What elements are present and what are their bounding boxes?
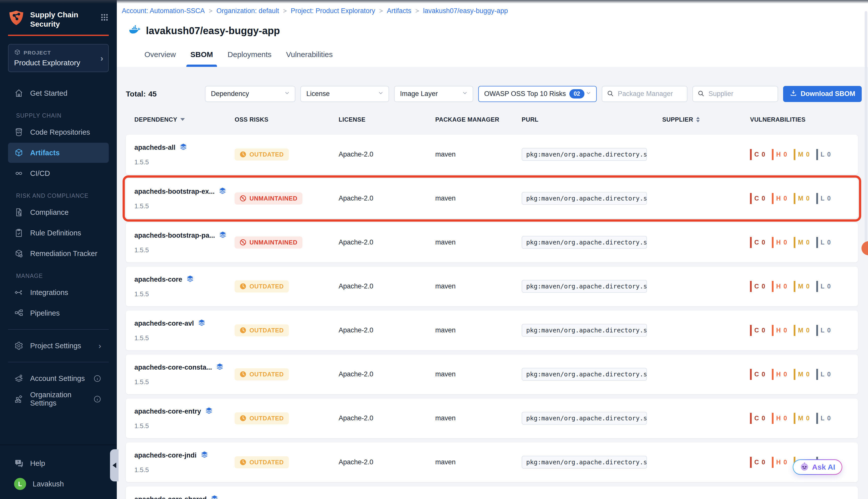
owasp-risks-filter-dropdown[interactable]: OWASP OSS Top 10 Risks 02 <box>478 86 597 102</box>
table-row[interactable]: apacheds-all 1.5.5 OUTDATED Apache-2.0 m… <box>126 135 858 174</box>
sidebar-item-pipelines[interactable]: Pipelines <box>8 303 109 323</box>
dependency-cell: apacheds-bootstrap-ex... 1.5.5 <box>126 179 226 218</box>
breadcrumb-artifact-name[interactable]: lavakush07/easy-buggy-app <box>423 7 508 15</box>
license-cell: Apache-2.0 <box>330 223 427 262</box>
tab-deployments[interactable]: Deployments <box>227 50 272 67</box>
breadcrumb-organization[interactable]: Organization: default <box>216 7 279 15</box>
purl-chip[interactable]: pkg:maven/org.apache.directory.s… <box>522 368 647 381</box>
purl-chip[interactable]: pkg:maven/org.apache.directory.s… <box>522 192 647 205</box>
chevron-right-icon: › <box>98 341 101 351</box>
table-row[interactable]: apacheds-core-jndi 1.5.5 OUTDATED Apache… <box>126 442 858 482</box>
sidebar-item-artifacts[interactable]: Artifacts <box>8 143 109 163</box>
user-menu[interactable]: L Lavakush <box>8 474 109 494</box>
scrollbar[interactable] <box>865 11 867 255</box>
vuln-count: 0 <box>827 415 831 422</box>
breadcrumb-account[interactable]: Account: Automation-SSCA <box>122 7 205 15</box>
owasp-count-badge: 02 <box>569 89 584 98</box>
vuln-indicator: C0 <box>750 281 765 292</box>
vuln-count: 0 <box>784 327 788 334</box>
sidebar-item-get-started[interactable]: Get Started <box>8 83 109 103</box>
column-header-dependency[interactable]: DEPENDENCY <box>126 116 226 123</box>
sidebar-collapse-handle[interactable] <box>110 449 119 482</box>
app-title: Supply Chain Security <box>30 10 78 29</box>
license-filter-dropdown[interactable]: License <box>300 86 389 102</box>
vuln-indicator: H0 <box>772 193 787 204</box>
table-body: apacheds-all 1.5.5 OUTDATED Apache-2.0 m… <box>126 135 858 499</box>
tab-sbom[interactable]: SBOM <box>190 50 213 67</box>
sidebar-item-cicd[interactable]: CI/CD <box>8 163 109 183</box>
sidebar-item-help[interactable]: ? Help <box>8 453 109 473</box>
table-row[interactable]: apacheds-bootstrap-pa... 1.5.5 UNMAINTAI… <box>126 223 858 262</box>
layers-icon <box>186 275 195 284</box>
user-name: Lavakush <box>33 480 64 488</box>
apps-grid-icon[interactable] <box>100 13 109 23</box>
infinity-icon <box>14 169 24 178</box>
sidebar-item-account-settings[interactable]: Account Settings <box>8 368 109 388</box>
package-manager-value: maven <box>435 282 456 290</box>
risk-badge: OUTDATED <box>235 324 288 337</box>
table-row[interactable]: apacheds-core-entry 1.5.5 OUTDATED Apach… <box>126 399 858 438</box>
supplier-search-input[interactable] <box>708 90 773 98</box>
package-manager-search <box>602 86 687 102</box>
info-icon[interactable] <box>94 375 101 382</box>
breadcrumb-artifacts[interactable]: Artifacts <box>387 7 411 15</box>
info-icon[interactable] <box>94 395 101 403</box>
vuln-count: 0 <box>784 370 788 378</box>
vulnerabilities-cell: C0 H0 M0 L0 <box>741 223 858 262</box>
table-row[interactable]: apacheds-core-shared 1.5.5 OUTDATED Apac… <box>126 486 858 499</box>
project-selector[interactable]: PROJECT Product Exploratory › <box>8 44 109 72</box>
total-value: 45 <box>148 90 157 98</box>
sidebar-item-integrations[interactable]: Integrations <box>8 282 109 303</box>
table-row[interactable]: apacheds-core 1.5.5 OUTDATED Apache-2.0 … <box>126 267 858 306</box>
tab-overview[interactable]: Overview <box>145 50 176 67</box>
vuln-count: 0 <box>827 195 831 202</box>
purl-chip[interactable]: pkg:maven/org.apache.directory.s… <box>522 324 647 337</box>
image-layer-filter-dropdown[interactable]: Image Layer <box>394 86 473 102</box>
supply-chain-shield-logo-icon <box>8 10 25 27</box>
sidebar-item-rule-definitions[interactable]: Rule Definitions <box>8 223 109 243</box>
vuln-count: 0 <box>806 283 810 290</box>
purl-chip[interactable]: pkg:maven/org.apache.directory.s… <box>522 280 647 293</box>
download-sbom-button[interactable]: Download SBOM <box>783 86 862 102</box>
vuln-indicator: H0 <box>772 237 787 248</box>
sidebar-item-organization-settings[interactable]: Organization Settings <box>8 389 109 409</box>
sidebar-item-project-settings[interactable]: Project Settings › <box>8 336 109 356</box>
dependency-filter-dropdown[interactable]: Dependency <box>205 86 295 102</box>
purl-chip[interactable]: pkg:maven/org.apache.directory.s… <box>522 412 647 425</box>
breadcrumb-project[interactable]: Project: Product Exploratory <box>291 7 375 15</box>
dependency-version: 1.5.5 <box>134 422 149 430</box>
column-header-supplier[interactable]: SUPPLIER <box>654 116 742 123</box>
purl-chip[interactable]: pkg:maven/org.apache.directory.s… <box>522 456 647 468</box>
risk-badge: OUTDATED <box>235 368 288 380</box>
sidebar-item-label: Organization Settings <box>30 391 87 407</box>
tab-vulnerabilities[interactable]: Vulnerabilities <box>286 50 333 67</box>
vuln-label: L <box>820 239 824 246</box>
purl-cell: pkg:maven/org.apache.directory.s… <box>513 179 654 218</box>
vuln-indicator: L0 <box>816 325 831 336</box>
layers-icon <box>219 231 227 240</box>
package-manager-search-input[interactable] <box>617 90 682 98</box>
sidebar-item-remediation-tracker[interactable]: Remediation Tracker <box>8 243 109 264</box>
vuln-label: M <box>798 283 804 290</box>
clock-icon <box>239 327 246 334</box>
table-row[interactable]: apacheds-core-avl 1.5.5 OUTDATED Apache-… <box>126 311 858 350</box>
purl-chip[interactable]: pkg:maven/org.apache.directory.s… <box>522 148 647 161</box>
section-label-risk-compliance: RISK AND COMPLIANCE <box>16 193 109 199</box>
purl-chip[interactable]: pkg:maven/org.apache.directory.s… <box>522 236 647 249</box>
vulnerabilities-cell: C0 H0 M0 L0 <box>741 354 858 394</box>
vuln-count: 0 <box>762 327 766 334</box>
package-manager-value: maven <box>435 458 456 466</box>
table-row[interactable]: apacheds-bootstrap-ex... 1.5.5 UNMAINTAI… <box>126 179 858 218</box>
supplier-cell <box>654 267 742 306</box>
vuln-count: 0 <box>806 327 810 334</box>
vuln-count: 0 <box>762 195 766 202</box>
artifacts-cube-icon <box>14 148 24 158</box>
sort-both-icon <box>696 117 700 122</box>
sidebar-item-code-repositories[interactable]: Code Repositories <box>8 122 109 142</box>
sidebar-item-compliance[interactable]: Compliance <box>8 202 109 222</box>
filter-toolbar: Total:45 Dependency License Image Layer … <box>126 86 858 102</box>
divider <box>8 329 109 330</box>
table-row[interactable]: apacheds-core-consta... 1.5.5 OUTDATED A… <box>126 354 858 394</box>
ask-ai-button[interactable]: Ask AI <box>793 459 842 475</box>
chevron-down-icon <box>284 90 290 98</box>
